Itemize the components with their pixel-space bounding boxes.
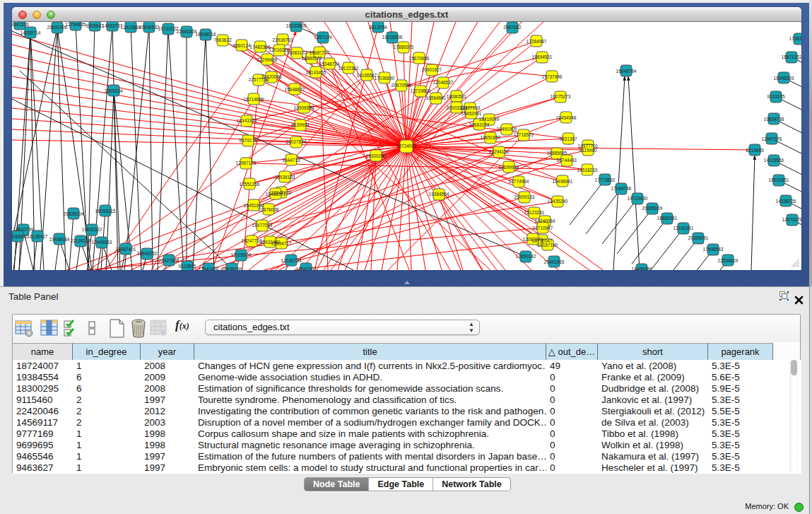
svg-text:16098393: 16098393 (774, 76, 794, 81)
svg-text:9103105: 9103105 (767, 94, 785, 99)
svg-text:17383465: 17383465 (789, 36, 801, 41)
svg-text:12997376: 12997376 (762, 136, 782, 141)
svg-text:10834738: 10834738 (764, 117, 784, 122)
svg-text:17551256: 17551256 (240, 182, 260, 187)
svg-text:9115460: 9115460 (579, 148, 597, 153)
svg-text:10183842: 10183842 (12, 234, 28, 239)
svg-text:15123281: 15123281 (524, 210, 545, 215)
svg-text:22299468: 22299468 (257, 57, 278, 62)
svg-text:2087682: 2087682 (503, 25, 522, 30)
svg-text:20909133: 20909133 (514, 194, 535, 199)
svg-text:10167190: 10167190 (538, 243, 558, 247)
svg-text:17025634: 17025634 (231, 252, 252, 257)
svg-text:22124118: 22124118 (71, 238, 91, 243)
svg-text:9660124: 9660124 (233, 43, 251, 48)
svg-text:18010651: 18010651 (769, 177, 789, 182)
svg-text:19710122: 19710122 (158, 26, 179, 31)
svg-text:20805009: 20805009 (642, 206, 663, 211)
svg-text:19692322: 19692322 (82, 227, 102, 232)
svg-text:16075273: 16075273 (551, 94, 571, 99)
svg-text:7357224: 7357224 (314, 35, 332, 40)
svg-text:14518233: 14518233 (577, 168, 598, 173)
svg-text:19498084: 19498084 (49, 237, 70, 242)
svg-text:12294131: 12294131 (489, 149, 510, 154)
svg-text:20696532: 20696532 (139, 25, 160, 30)
svg-text:9139904: 9139904 (291, 122, 310, 127)
svg-text:19723430: 19723430 (628, 196, 648, 201)
svg-text:19687277: 19687277 (310, 50, 330, 55)
svg-text:14055714: 14055714 (20, 30, 41, 35)
svg-text:16744431: 16744431 (557, 158, 577, 163)
svg-text:15348734: 15348734 (319, 62, 340, 66)
svg-text:17850142: 17850142 (516, 254, 536, 259)
svg-text:10906594: 10906594 (294, 105, 314, 110)
svg-text:17284987: 17284987 (526, 39, 547, 44)
svg-text:14953767: 14953767 (102, 23, 123, 28)
svg-text:22487401: 22487401 (116, 247, 136, 252)
svg-text:16033809: 16033809 (286, 23, 307, 28)
svg-text:12710947: 12710947 (533, 226, 553, 230)
svg-text:9305641: 9305641 (86, 23, 104, 28)
svg-text:12423884: 12423884 (121, 25, 141, 30)
svg-text:16454948: 16454948 (556, 115, 577, 120)
svg-text:20401965: 20401965 (544, 259, 565, 264)
svg-text:12729806: 12729806 (411, 88, 431, 93)
svg-text:20399091: 20399091 (688, 235, 709, 240)
svg-text:17889373: 17889373 (394, 45, 414, 49)
svg-text:22932480: 22932480 (260, 240, 281, 245)
svg-text:8215955: 8215955 (746, 148, 764, 153)
svg-text:2905334: 2905334 (105, 88, 123, 93)
svg-text:20691406: 20691406 (47, 25, 68, 30)
svg-text:22427868: 22427868 (159, 258, 180, 263)
svg-text:18510799: 18510799 (13, 227, 34, 232)
svg-text:22534624: 22534624 (718, 258, 739, 263)
svg-text:12327193: 12327193 (460, 105, 481, 110)
svg-text:10343320: 10343320 (237, 118, 257, 123)
svg-text:22936763: 22936763 (273, 37, 293, 42)
svg-text:16135427: 16135427 (28, 234, 48, 239)
svg-text:19218506: 19218506 (382, 35, 403, 40)
svg-text:18080531: 18080531 (447, 94, 467, 99)
svg-text:19699938: 19699938 (499, 165, 519, 170)
svg-text:18143455: 18143455 (306, 70, 326, 75)
svg-text:17774964: 17774964 (509, 179, 529, 184)
svg-text:17773602: 17773602 (595, 177, 616, 182)
svg-text:18468071: 18468071 (266, 192, 286, 197)
svg-text:16564641: 16564641 (426, 95, 447, 100)
svg-text:18848018: 18848018 (196, 32, 216, 37)
svg-text:14116566: 14116566 (764, 158, 784, 163)
svg-text:17716572: 17716572 (514, 132, 534, 137)
svg-text:18724007: 18724007 (396, 144, 417, 148)
svg-text:12160733: 12160733 (281, 258, 302, 263)
svg-text:22663193: 22663193 (469, 122, 490, 127)
svg-text:14406088: 14406088 (632, 267, 652, 270)
svg-text:9112805: 9112805 (179, 264, 196, 269)
svg-text:17064746: 17064746 (611, 186, 632, 191)
svg-text:8813054: 8813054 (369, 25, 387, 30)
svg-text:17036690: 17036690 (375, 76, 395, 81)
svg-text:12764835: 12764835 (66, 22, 86, 27)
svg-text:12191361: 12191361 (673, 226, 694, 230)
svg-text:22640052: 22640052 (137, 251, 158, 256)
svg-text:17541458: 17541458 (199, 267, 219, 270)
svg-text:20027874: 20027874 (286, 139, 307, 144)
svg-text:20826204: 20826204 (64, 211, 84, 216)
svg-text:18889579: 18889579 (302, 56, 322, 61)
svg-text:12046537: 12046537 (433, 80, 454, 85)
svg-text:18214895: 18214895 (244, 97, 264, 102)
svg-text:18083172: 18083172 (287, 50, 307, 55)
svg-text:20901627: 20901627 (422, 67, 442, 72)
svg-text:12967175: 12967175 (236, 160, 257, 165)
svg-text:16053315: 16053315 (95, 209, 116, 214)
svg-text:16648784: 16648784 (616, 69, 637, 74)
svg-text:18452991: 18452991 (461, 111, 482, 116)
svg-text:12449353: 12449353 (92, 240, 112, 245)
svg-text:22691669: 22691669 (177, 29, 197, 34)
svg-text:18694531: 18694531 (532, 54, 553, 59)
svg-text:9341316: 9341316 (12, 22, 29, 27)
svg-text:7663822: 7663822 (213, 37, 232, 42)
svg-text:18498941: 18498941 (553, 179, 573, 184)
svg-text:22876038: 22876038 (259, 207, 279, 212)
svg-text:16698169: 16698169 (222, 267, 242, 270)
svg-text:12473178: 12473178 (782, 217, 801, 222)
